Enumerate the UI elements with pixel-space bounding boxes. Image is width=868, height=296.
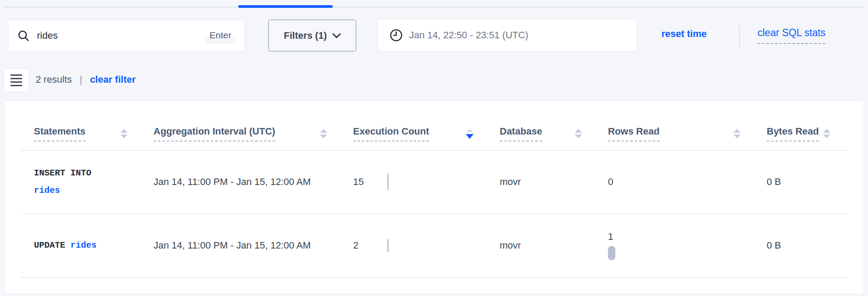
sort-arrows-icon xyxy=(734,129,741,138)
column-header-execution-count[interactable]: Execution Count xyxy=(353,101,500,150)
search-input[interactable] xyxy=(37,30,205,41)
column-header-aggregation-interval[interactable]: Aggregation Interval (UTC) xyxy=(154,101,353,150)
aggregation-interval: Jan 14, 11:00 PM - Jan 15, 12:00 AM xyxy=(154,237,353,254)
clear-filter-link[interactable]: clear filter xyxy=(90,74,136,85)
column-header-rows-read[interactable]: Rows Read xyxy=(608,101,767,150)
statement-link-rides[interactable]: rides xyxy=(70,240,97,250)
rows-read-value: 1 xyxy=(608,231,613,242)
statement-link-rides[interactable]: rides xyxy=(34,185,60,195)
search-icon xyxy=(17,29,30,42)
rows-read-value: 0 xyxy=(608,176,613,187)
sort-arrows-icon-active-desc xyxy=(466,128,474,139)
enter-key-hint: Enter xyxy=(205,28,236,44)
statements-table-card: Statements Aggregation Interval (UTC) Ex… xyxy=(4,101,864,293)
search-box[interactable]: Enter xyxy=(8,20,245,51)
results-bar: 2 results | clear filter xyxy=(36,74,136,85)
table-header-row: Statements Aggregation Interval (UTC) Ex… xyxy=(20,101,848,150)
execution-count-value: 2 xyxy=(353,240,387,251)
execution-count-value: 15 xyxy=(353,176,387,188)
clear-sql-stats-link[interactable]: clear SQL stats xyxy=(758,27,825,44)
bytes-read-value: 0 B xyxy=(767,176,781,187)
statements-table: Statements Aggregation Interval (UTC) Ex… xyxy=(20,101,848,278)
sort-arrows-icon xyxy=(320,129,327,138)
sql-activity-page: Enter Filters (1) Jan 14, 22:50 - 23:51 … xyxy=(0,0,868,296)
column-header-database[interactable]: Database xyxy=(500,101,608,150)
toolbar-divider xyxy=(739,25,740,50)
column-header-bytes-read[interactable]: Bytes Read xyxy=(767,101,848,150)
clock-icon xyxy=(389,28,403,42)
column-header-statements[interactable]: Statements xyxy=(20,101,154,150)
execution-count-bar xyxy=(387,174,389,190)
hamburger-icon xyxy=(10,74,22,86)
results-count: 2 results xyxy=(36,74,72,85)
table-row-update-rides: UPDATE rides Jan 14, 11:00 PM - Jan 15, … xyxy=(20,214,848,277)
active-tab-indicator xyxy=(238,5,333,8)
table-row-insert-into-rides: INSERT INTO rides Jan 14, 11:00 PM - Jan… xyxy=(20,150,848,214)
column-selector-button[interactable] xyxy=(3,68,29,92)
sort-arrows-icon xyxy=(575,129,582,138)
sort-arrows-icon xyxy=(823,129,830,138)
execution-count-bar xyxy=(387,239,389,252)
results-separator: | xyxy=(80,74,82,85)
statement-text: INSERT INTO rides xyxy=(34,165,154,199)
rows-read-bar xyxy=(608,246,615,260)
time-range-value: Jan 14, 22:50 - 23:51 (UTC) xyxy=(409,30,528,41)
sort-arrows-icon xyxy=(120,129,127,138)
bytes-read-value: 0 B xyxy=(767,240,781,251)
database-value: movr xyxy=(500,240,521,251)
tab-bar-underline xyxy=(4,7,864,7)
aggregation-interval: Jan 14, 11:00 PM - Jan 15, 12:00 AM xyxy=(154,174,353,190)
statement-text: UPDATE rides xyxy=(34,237,154,254)
chevron-down-icon xyxy=(332,33,341,39)
time-range-picker[interactable]: Jan 14, 22:50 - 23:51 (UTC) xyxy=(377,19,637,52)
filters-button-label: Filters (1) xyxy=(284,30,327,41)
database-value: movr xyxy=(500,176,521,187)
filters-button[interactable]: Filters (1) xyxy=(268,20,356,51)
reset-time-link[interactable]: reset time xyxy=(661,28,707,40)
